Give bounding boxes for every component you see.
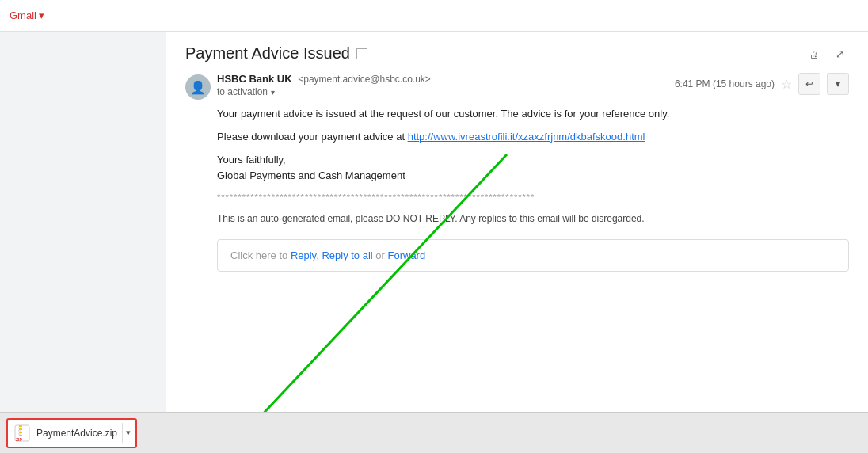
svg-rect-8 <box>18 433 21 435</box>
svg-rect-4 <box>19 432 22 433</box>
email-header: Payment Advice Issued 🖨 ⤢ <box>185 44 849 63</box>
download-item[interactable]: ZIP PaymentAdvice.zip ▾ <box>6 418 137 448</box>
subject-checkbox[interactable] <box>356 48 367 59</box>
svg-rect-6 <box>18 427 21 428</box>
svg-rect-5 <box>19 435 22 436</box>
reply-link[interactable]: Reply <box>291 249 316 261</box>
print-icons: 🖨 ⤢ <box>805 44 849 63</box>
more-actions-button[interactable]: ▾ <box>827 73 849 95</box>
global-payments: Global Payments and Cash Management <box>217 169 405 181</box>
expand-button[interactable]: ⤢ <box>830 44 849 63</box>
download-chevron[interactable]: ▾ <box>122 423 131 443</box>
payment-link[interactable]: http://www.ivreastrofili.it/xzaxzfrjnm/d… <box>408 131 645 143</box>
sender-email: <payment.advice@hsbc.co.uk> <box>298 74 431 85</box>
separator-line: ****************************************… <box>217 191 534 205</box>
avatar-icon: 👤 <box>190 80 206 95</box>
forward-link[interactable]: Forward <box>388 249 426 261</box>
svg-rect-3 <box>19 428 22 430</box>
sender-name-row: HSBC Bank UK <payment.advice@hsbc.co.uk> <box>217 73 431 85</box>
sender-left: 👤 HSBC Bank UK <payment.advice@hsbc.co.u… <box>185 73 431 100</box>
svg-rect-7 <box>18 430 21 432</box>
email-timestamp: 6:41 PM (15 hours ago) <box>675 78 775 89</box>
sender-name: HSBC Bank UK <box>217 73 292 85</box>
gmail-dropdown-arrow[interactable]: ▾ <box>39 10 44 21</box>
email-subject: Payment Advice Issued <box>185 44 350 63</box>
gmail-text: Gmail <box>10 10 36 21</box>
email-body: Your payment advice is issued at the req… <box>217 106 849 226</box>
body-para2-prefix: Please download your payment advice at <box>217 131 408 143</box>
sidebar <box>0 32 166 453</box>
timestamp-row: 6:41 PM (15 hours ago) ☆ ↩ ▾ <box>675 73 849 95</box>
yours-faithfully: Yours faithfully, <box>217 154 286 166</box>
zip-icon: ZIP <box>13 424 32 443</box>
gmail-logo[interactable]: Gmail ▾ <box>10 10 44 21</box>
reply-area-or: or <box>373 249 388 261</box>
to-activation: to activation ▾ <box>217 86 431 97</box>
reply-area[interactable]: Click here to Reply, Reply to all or For… <box>217 239 849 272</box>
reply-button[interactable]: ↩ <box>798 73 820 95</box>
file-name: PaymentAdvice.zip <box>36 428 117 439</box>
print-button[interactable]: 🖨 <box>805 44 824 63</box>
svg-rect-2 <box>19 425 22 427</box>
sender-info: HSBC Bank UK <payment.advice@hsbc.co.uk>… <box>217 73 431 97</box>
svg-text:ZIP: ZIP <box>16 437 22 442</box>
email-view: Payment Advice Issued 🖨 ⤢ 👤 HSBC Bank UK… <box>166 32 868 453</box>
sender-row: 👤 HSBC Bank UK <payment.advice@hsbc.co.u… <box>185 73 849 100</box>
sender-avatar: 👤 <box>185 74 211 100</box>
star-icon[interactable]: ☆ <box>781 77 792 92</box>
body-para3: Yours faithfully, Global Payments and Ca… <box>217 152 849 185</box>
reply-area-prefix: Click here to <box>230 249 291 261</box>
email-subject-row: Payment Advice Issued <box>185 44 367 63</box>
reply-all-link[interactable]: Reply to all <box>322 249 372 261</box>
body-para1: Your payment advice is issued at the req… <box>217 106 849 123</box>
to-activation-dropdown[interactable]: ▾ <box>271 88 275 97</box>
body-para2: Please download your payment advice at h… <box>217 129 849 146</box>
to-activation-text: to activation <box>217 86 268 97</box>
auto-reply-notice: This is an auto-generated email, please … <box>217 211 849 226</box>
download-bar: ZIP PaymentAdvice.zip ▾ <box>0 412 868 453</box>
